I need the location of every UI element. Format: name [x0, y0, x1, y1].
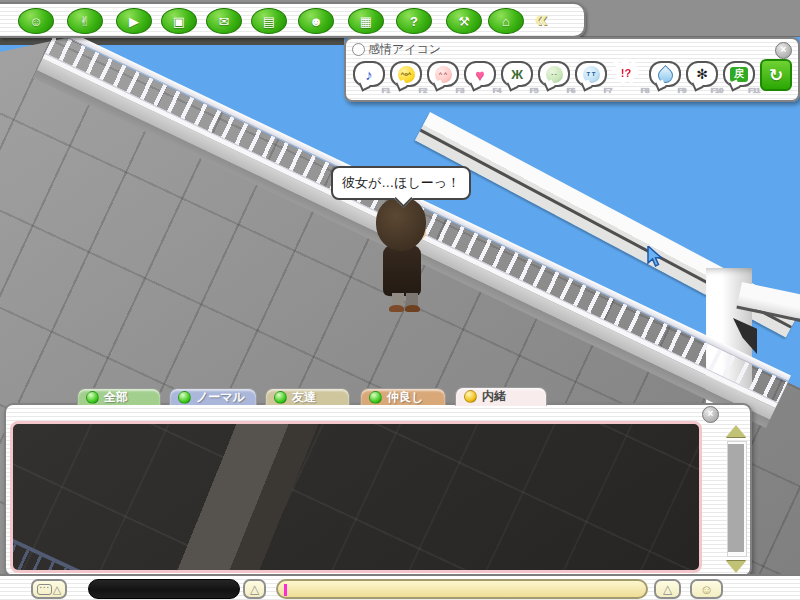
toolbar-collapse-button[interactable]: « [528, 10, 554, 30]
emotion-panel-title-text: 感情アイコン [368, 41, 441, 58]
tab-orb-icon [178, 391, 191, 404]
gift-button[interactable]: ▣ [161, 8, 197, 34]
emotion-f7-cry[interactable]: T T F7 [575, 61, 609, 95]
expand-input-button[interactable]: △ [654, 579, 681, 599]
fkey-label: F2 [419, 86, 427, 95]
board-button[interactable]: ✉ [206, 8, 242, 34]
scrollbar-thumb[interactable] [728, 444, 744, 552]
tab-normal[interactable]: ノーマル [169, 388, 257, 405]
bubble-icon: T T [575, 61, 607, 87]
emotion-panel-title: 感情アイコン [352, 41, 441, 58]
mouse-cursor-icon [646, 246, 666, 272]
tab-friends[interactable]: 友達 [265, 388, 350, 405]
speech-text: 彼女が…ほしーっ！ [342, 174, 460, 192]
close-icon: × [781, 44, 787, 55]
friends-button[interactable]: ☻ [298, 8, 334, 34]
emotion-f4-heart[interactable]: ♥ F4 [464, 61, 498, 95]
speech-bubble-icon: ･･･ [37, 584, 52, 595]
return-badge-icon: 戻 [730, 67, 748, 82]
board-icon: ✉ [219, 14, 230, 29]
home-icon: ⌂ [502, 14, 510, 29]
text-caret [284, 584, 287, 596]
fkey-label: F5 [530, 86, 538, 95]
expand-name-button[interactable]: △ [243, 579, 266, 599]
home-button[interactable]: ⌂ [488, 8, 524, 34]
scroll-down-button[interactable] [726, 561, 746, 573]
bubble-icon: ♪ [353, 61, 385, 87]
fkey-label: F10 [711, 86, 723, 95]
emotion-f8-surprise[interactable]: !? F8 [612, 61, 646, 95]
town-button[interactable]: ▦ [348, 8, 384, 34]
surprise-burst-icon: !? [610, 58, 642, 88]
chat-log-area [10, 421, 702, 573]
refresh-icon: ↻ [769, 65, 783, 86]
chevron-left-icon: « [534, 5, 547, 32]
tab-label: 友達 [292, 389, 316, 406]
tab-secret-selected[interactable]: 内緒 [455, 387, 547, 406]
movie-icon: ▶ [129, 14, 139, 29]
chat-message-input[interactable] [276, 579, 648, 599]
tab-close-friends[interactable]: 仲良し [360, 388, 446, 405]
chat-panel-close-button[interactable]: × [702, 406, 719, 423]
profile-icon: ☺ [29, 14, 42, 29]
emotion-f1-music[interactable]: ♪ F1 [353, 61, 387, 95]
bubble-icon [649, 61, 681, 87]
emotion-panel-close-button[interactable]: × [775, 42, 792, 59]
tab-orb-icon [464, 390, 477, 403]
scrollbar-track[interactable] [727, 441, 747, 557]
emotion-f5-anger[interactable]: Ж F5 [501, 61, 535, 95]
character-name-field[interactable] [88, 579, 240, 599]
bubble-icon: ✻ [686, 61, 718, 87]
emotion-f11-return[interactable]: 戻 F11 [723, 61, 757, 95]
fkey-label: F9 [678, 86, 686, 95]
tab-orb-icon [369, 391, 382, 404]
arrow-up-icon: △ [53, 583, 61, 596]
fkey-label: F1 [382, 86, 390, 95]
bubble-icon: Ж [501, 61, 533, 87]
chat-scrollbar [725, 423, 747, 573]
fkey-label: F7 [604, 86, 612, 95]
main-toolbar: ☺ ✌ ▶ ▣ ✉ ▤ ☻ ▦ ? ⚒ ⌂ « [0, 2, 586, 38]
background-railing [10, 534, 230, 573]
panel-orb-icon [352, 43, 365, 56]
help-button[interactable]: ? [396, 8, 432, 34]
bubble-icon: - - [538, 61, 570, 87]
tab-all[interactable]: 全部 [77, 388, 161, 405]
emotion-f3-blush[interactable]: ^ ^ F3 [427, 61, 461, 95]
bubble-icon: 戻 [723, 61, 755, 87]
help-icon: ? [410, 14, 418, 29]
tab-label: 全部 [104, 389, 128, 406]
triangle-up-icon: △ [663, 582, 672, 596]
profile-button[interactable]: ☺ [18, 8, 54, 34]
scroll-up-button[interactable] [726, 425, 746, 437]
tab-label: ノーマル [196, 389, 245, 406]
tab-orb-icon [274, 391, 287, 404]
fkey-label: F11 [748, 86, 760, 95]
emotion-f9-sweat[interactable]: F9 [649, 61, 683, 95]
bubble-icon: ♥ [464, 61, 496, 87]
friends-icon: ☻ [309, 14, 323, 29]
fkey-label: F4 [493, 86, 501, 95]
speech-bubble: 彼女が…ほしーっ！ [331, 166, 471, 200]
chat-composer-bar: ･･･ △ △ △ ☺ [0, 574, 800, 600]
movie-button[interactable]: ▶ [116, 8, 152, 34]
emoticon-picker-button[interactable]: ☺ [690, 579, 723, 599]
bubble-icon: ^ ^ [427, 61, 459, 87]
tools-icon: ⚒ [458, 14, 470, 29]
emotion-f10-confusion[interactable]: ✻ F10 [686, 61, 720, 95]
journal-button[interactable]: ▤ [251, 8, 287, 34]
emotion-icon-row: ♪ F1 ^o^ F2 ^ ^ F3 ♥ F4 Ж F5 - - F6 T T … [353, 59, 791, 97]
emote-icon: ✌ [80, 14, 91, 29]
bubble-icon: ^o^ [390, 61, 422, 87]
tab-orb-icon [86, 391, 99, 404]
emotion-f6-sick[interactable]: - - F6 [538, 61, 572, 95]
fkey-label: F6 [567, 86, 575, 95]
chat-mode-button[interactable]: ･･･ △ [31, 579, 67, 599]
emotion-f2-laugh[interactable]: ^o^ F2 [390, 61, 424, 95]
tab-label: 内緒 [482, 388, 506, 405]
emotion-panel: 感情アイコン × ♪ F1 ^o^ F2 ^ ^ F3 ♥ F4 Ж F5 - … [344, 37, 800, 102]
tools-button[interactable]: ⚒ [446, 8, 482, 34]
emotion-cycle-button[interactable]: ↻ [760, 59, 792, 91]
emote-button[interactable]: ✌ [67, 8, 103, 34]
tab-label: 仲良し [387, 389, 423, 406]
